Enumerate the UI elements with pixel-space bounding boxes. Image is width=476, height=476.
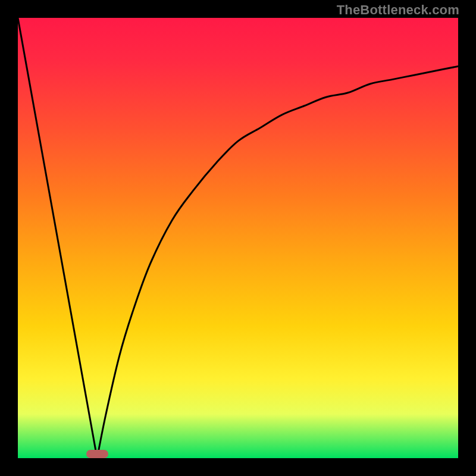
bottleneck-curve — [18, 18, 458, 458]
plot-area — [18, 18, 458, 458]
chart-frame: TheBottleneck.com — [0, 0, 476, 476]
watermark-label: TheBottleneck.com — [337, 2, 459, 18]
optimum-marker — [86, 450, 108, 458]
